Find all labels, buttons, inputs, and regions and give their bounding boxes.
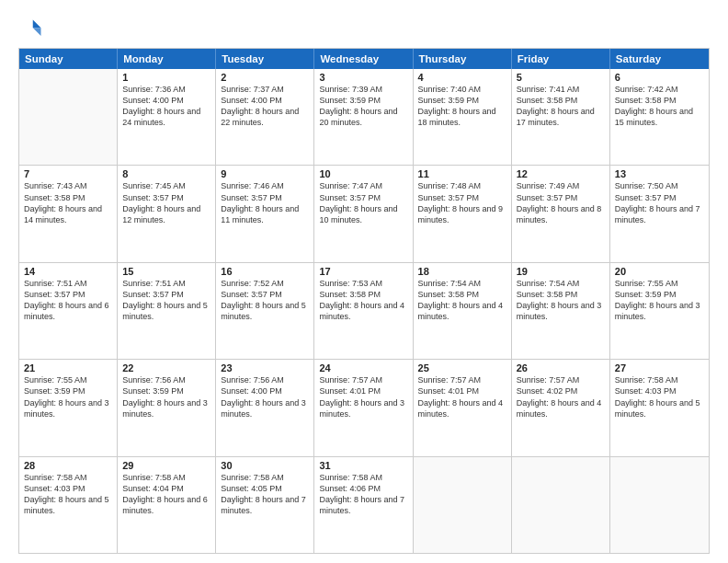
day-number: 19 bbox=[517, 266, 605, 277]
cal-cell bbox=[414, 457, 512, 553]
day-number: 7 bbox=[24, 168, 112, 179]
cell-text: Sunrise: 7:51 AM Sunset: 3:57 PM Dayligh… bbox=[24, 278, 112, 323]
day-number: 1 bbox=[122, 72, 210, 83]
day-number: 12 bbox=[517, 168, 605, 179]
cal-cell: 9Sunrise: 7:46 AM Sunset: 3:57 PM Daylig… bbox=[216, 166, 314, 261]
cal-cell: 11Sunrise: 7:48 AM Sunset: 3:57 PM Dayli… bbox=[414, 166, 512, 261]
header-day-friday: Friday bbox=[512, 49, 610, 69]
day-number: 11 bbox=[418, 168, 506, 179]
cell-text: Sunrise: 7:53 AM Sunset: 3:58 PM Dayligh… bbox=[319, 278, 407, 323]
day-number: 5 bbox=[517, 72, 605, 83]
cell-text: Sunrise: 7:58 AM Sunset: 4:04 PM Dayligh… bbox=[122, 472, 210, 517]
cell-text: Sunrise: 7:58 AM Sunset: 4:05 PM Dayligh… bbox=[221, 472, 309, 517]
cell-text: Sunrise: 7:56 AM Sunset: 4:00 PM Dayligh… bbox=[221, 374, 309, 419]
cal-cell: 27Sunrise: 7:58 AM Sunset: 4:03 PM Dayli… bbox=[610, 360, 709, 455]
cell-text: Sunrise: 7:37 AM Sunset: 4:00 PM Dayligh… bbox=[221, 84, 309, 129]
day-number: 13 bbox=[615, 168, 704, 179]
day-number: 28 bbox=[24, 460, 112, 471]
logo bbox=[18, 17, 48, 42]
cell-text: Sunrise: 7:58 AM Sunset: 4:03 PM Dayligh… bbox=[615, 374, 704, 419]
cell-text: Sunrise: 7:51 AM Sunset: 3:57 PM Dayligh… bbox=[122, 278, 210, 323]
day-number: 15 bbox=[122, 266, 210, 277]
day-number: 20 bbox=[615, 266, 704, 277]
cal-cell: 20Sunrise: 7:55 AM Sunset: 3:59 PM Dayli… bbox=[610, 263, 709, 359]
day-number: 2 bbox=[221, 72, 309, 83]
day-number: 3 bbox=[319, 72, 407, 83]
cell-text: Sunrise: 7:57 AM Sunset: 4:01 PM Dayligh… bbox=[319, 374, 407, 419]
day-number: 26 bbox=[517, 362, 605, 373]
cal-cell: 25Sunrise: 7:57 AM Sunset: 4:01 PM Dayli… bbox=[414, 360, 512, 455]
cal-cell: 17Sunrise: 7:53 AM Sunset: 3:58 PM Dayli… bbox=[314, 263, 413, 359]
cal-cell: 16Sunrise: 7:52 AM Sunset: 3:57 PM Dayli… bbox=[216, 263, 314, 359]
cal-cell: 19Sunrise: 7:54 AM Sunset: 3:58 PM Dayli… bbox=[512, 263, 610, 359]
cal-cell: 28Sunrise: 7:58 AM Sunset: 4:03 PM Dayli… bbox=[19, 457, 118, 553]
svg-marker-0 bbox=[33, 20, 41, 29]
cell-text: Sunrise: 7:55 AM Sunset: 3:59 PM Dayligh… bbox=[615, 278, 704, 323]
day-number: 24 bbox=[319, 362, 407, 373]
day-number: 31 bbox=[319, 460, 407, 471]
day-number: 18 bbox=[418, 266, 506, 277]
cell-text: Sunrise: 7:54 AM Sunset: 3:58 PM Dayligh… bbox=[418, 278, 506, 323]
day-number: 25 bbox=[418, 362, 506, 373]
day-number: 9 bbox=[221, 168, 309, 179]
cell-text: Sunrise: 7:47 AM Sunset: 3:57 PM Dayligh… bbox=[319, 180, 407, 225]
logo-icon bbox=[18, 17, 44, 42]
cal-cell: 8Sunrise: 7:45 AM Sunset: 3:57 PM Daylig… bbox=[118, 166, 216, 261]
cal-cell: 21Sunrise: 7:55 AM Sunset: 3:59 PM Dayli… bbox=[19, 360, 118, 455]
calendar-row-2: 14Sunrise: 7:51 AM Sunset: 3:57 PM Dayli… bbox=[19, 262, 709, 359]
cell-text: Sunrise: 7:58 AM Sunset: 4:06 PM Dayligh… bbox=[319, 472, 407, 517]
header-day-thursday: Thursday bbox=[414, 49, 512, 69]
calendar-row-0: 1Sunrise: 7:36 AM Sunset: 4:00 PM Daylig… bbox=[19, 69, 709, 165]
cell-text: Sunrise: 7:56 AM Sunset: 3:59 PM Dayligh… bbox=[122, 374, 210, 419]
cell-text: Sunrise: 7:40 AM Sunset: 3:59 PM Dayligh… bbox=[418, 84, 506, 129]
cal-cell: 24Sunrise: 7:57 AM Sunset: 4:01 PM Dayli… bbox=[314, 360, 413, 455]
cal-cell: 2Sunrise: 7:37 AM Sunset: 4:00 PM Daylig… bbox=[216, 69, 314, 165]
cal-cell: 13Sunrise: 7:50 AM Sunset: 3:57 PM Dayli… bbox=[610, 166, 709, 261]
cal-cell: 10Sunrise: 7:47 AM Sunset: 3:57 PM Dayli… bbox=[314, 166, 413, 261]
cell-text: Sunrise: 7:54 AM Sunset: 3:58 PM Dayligh… bbox=[517, 278, 605, 323]
cal-cell: 26Sunrise: 7:57 AM Sunset: 4:02 PM Dayli… bbox=[512, 360, 610, 455]
cell-text: Sunrise: 7:45 AM Sunset: 3:57 PM Dayligh… bbox=[122, 180, 210, 225]
cal-cell: 23Sunrise: 7:56 AM Sunset: 4:00 PM Dayli… bbox=[216, 360, 314, 455]
cell-text: Sunrise: 7:42 AM Sunset: 3:58 PM Dayligh… bbox=[615, 84, 704, 129]
cell-text: Sunrise: 7:39 AM Sunset: 3:59 PM Dayligh… bbox=[319, 84, 407, 129]
day-number: 6 bbox=[615, 72, 704, 83]
day-number: 10 bbox=[319, 168, 407, 179]
cal-cell: 3Sunrise: 7:39 AM Sunset: 3:59 PM Daylig… bbox=[314, 69, 413, 165]
cal-cell: 22Sunrise: 7:56 AM Sunset: 3:59 PM Dayli… bbox=[118, 360, 216, 455]
cal-cell bbox=[19, 69, 118, 165]
page: SundayMondayTuesdayWednesdayThursdayFrid… bbox=[0, 0, 728, 563]
cell-text: Sunrise: 7:49 AM Sunset: 3:57 PM Dayligh… bbox=[517, 180, 605, 225]
header-day-saturday: Saturday bbox=[610, 49, 709, 69]
cell-text: Sunrise: 7:46 AM Sunset: 3:57 PM Dayligh… bbox=[221, 180, 309, 225]
header-day-sunday: Sunday bbox=[19, 49, 118, 69]
day-number: 27 bbox=[615, 362, 704, 373]
cal-cell: 12Sunrise: 7:49 AM Sunset: 3:57 PM Dayli… bbox=[512, 166, 610, 261]
cal-cell bbox=[512, 457, 610, 553]
cell-text: Sunrise: 7:57 AM Sunset: 4:01 PM Dayligh… bbox=[418, 374, 506, 419]
calendar-header: SundayMondayTuesdayWednesdayThursdayFrid… bbox=[19, 49, 709, 69]
cell-text: Sunrise: 7:52 AM Sunset: 3:57 PM Dayligh… bbox=[221, 278, 309, 323]
day-number: 17 bbox=[319, 266, 407, 277]
cell-text: Sunrise: 7:57 AM Sunset: 4:02 PM Dayligh… bbox=[517, 374, 605, 419]
cal-cell: 29Sunrise: 7:58 AM Sunset: 4:04 PM Dayli… bbox=[118, 457, 216, 553]
day-number: 23 bbox=[221, 362, 309, 373]
svg-marker-1 bbox=[33, 28, 41, 36]
cal-cell: 6Sunrise: 7:42 AM Sunset: 3:58 PM Daylig… bbox=[610, 69, 709, 165]
day-number: 8 bbox=[122, 168, 210, 179]
cal-cell: 31Sunrise: 7:58 AM Sunset: 4:06 PM Dayli… bbox=[314, 457, 413, 553]
cal-cell bbox=[610, 457, 709, 553]
cell-text: Sunrise: 7:36 AM Sunset: 4:00 PM Dayligh… bbox=[122, 84, 210, 129]
calendar-row-1: 7Sunrise: 7:43 AM Sunset: 3:58 PM Daylig… bbox=[19, 165, 709, 261]
day-number: 22 bbox=[122, 362, 210, 373]
cal-cell: 1Sunrise: 7:36 AM Sunset: 4:00 PM Daylig… bbox=[118, 69, 216, 165]
header bbox=[18, 17, 710, 42]
header-day-tuesday: Tuesday bbox=[216, 49, 314, 69]
calendar-row-3: 21Sunrise: 7:55 AM Sunset: 3:59 PM Dayli… bbox=[19, 359, 709, 455]
calendar-row-4: 28Sunrise: 7:58 AM Sunset: 4:03 PM Dayli… bbox=[19, 456, 709, 553]
calendar-body: 1Sunrise: 7:36 AM Sunset: 4:00 PM Daylig… bbox=[19, 69, 709, 553]
calendar: SundayMondayTuesdayWednesdayThursdayFrid… bbox=[18, 48, 710, 554]
header-day-monday: Monday bbox=[118, 49, 216, 69]
cal-cell: 18Sunrise: 7:54 AM Sunset: 3:58 PM Dayli… bbox=[414, 263, 512, 359]
day-number: 14 bbox=[24, 266, 112, 277]
